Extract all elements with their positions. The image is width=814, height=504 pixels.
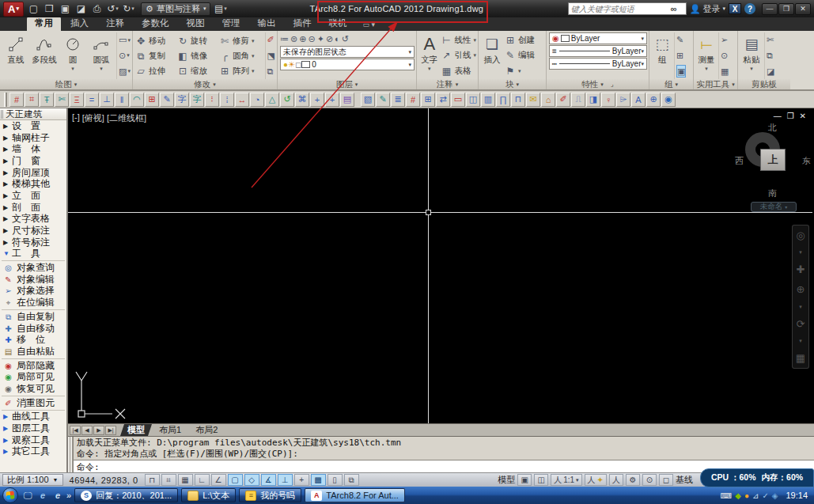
signin-control[interactable]: 👤 登录 ▾	[690, 3, 725, 15]
save-as-button[interactable]: ◪	[74, 2, 89, 16]
baseline-toggle[interactable]: 基线	[676, 474, 693, 486]
command-history[interactable]: 加载天正菜单文件: D:\program files\autodesk\天正建筑…	[74, 437, 814, 460]
ribbon-tab-常用[interactable]: 常用	[27, 17, 61, 31]
steering-wheel-icon[interactable]: ◎	[796, 229, 805, 241]
usb-icon[interactable]: ◆	[735, 491, 741, 500]
layout-tab-布局2[interactable]: 布局2	[188, 424, 225, 436]
ribbon-tab-插件[interactable]: 插件	[286, 17, 320, 31]
ribbon-tab-注释[interactable]: 注释	[98, 17, 132, 31]
viewcube-top-face[interactable]: 上	[760, 149, 786, 171]
tarch-toolbar-button-17[interactable]: ♀	[601, 93, 615, 107]
orbit-icon[interactable]: ⟳	[797, 318, 805, 330]
layout-tab-布局1[interactable]: 布局1	[152, 424, 188, 436]
sidebar-tool-自由移动[interactable]: ✚自由移动	[0, 323, 66, 335]
sidebar-tool-自由粘贴[interactable]: ▤自由粘贴	[0, 346, 66, 358]
layer-freeze-icon[interactable]: ⊕	[299, 32, 306, 45]
group-selection-toggle[interactable]: ▣	[676, 65, 686, 78]
line-button[interactable]: 直线	[2, 32, 29, 79]
calculator-button[interactable]: ▦	[721, 65, 729, 78]
sidebar-tool-在位编辑[interactable]: ⌖在位编辑	[0, 297, 66, 309]
sidebar-tool-恢复可见[interactable]: ◉恢复可见	[0, 383, 66, 395]
autoscale-button[interactable]: 人	[609, 474, 623, 486]
tarch-toolbar-button-16[interactable]: ◨	[586, 93, 600, 107]
antivirus-icon[interactable]: ◈	[772, 491, 778, 500]
redo-button[interactable]: ↻▾	[121, 2, 136, 16]
tarch-toolbar-button-18[interactable]: △	[265, 93, 279, 107]
sidebar-item-房间屋顶[interactable]: ▶房间屋顶	[0, 167, 66, 179]
copy-base-point-button[interactable]: ◪	[767, 65, 774, 78]
app-menu-button[interactable]: A▾	[3, 2, 24, 17]
layer-off-icon[interactable]: ⊝	[308, 32, 315, 45]
tarch-toolbar-button-19[interactable]: A	[631, 93, 646, 107]
tarch-toolbar-button-6[interactable]: ⇄	[436, 93, 450, 107]
open-button[interactable]: ❒	[42, 2, 57, 16]
taskbar-button-TArch8.2 For Aut...[interactable]: ATArch8.2 For Aut...	[305, 488, 405, 502]
ribbon-tab-参数化[interactable]: 参数化	[134, 17, 177, 31]
last-tab-button[interactable]: ▶|	[105, 426, 116, 435]
tarch-toolbar-button-16[interactable]: ↔	[235, 93, 249, 107]
layers-panel-label[interactable]: 图层▾	[278, 79, 416, 89]
properties-dialog-launcher-icon[interactable]: ⌟	[611, 81, 614, 88]
object-snap-tracking-toggle[interactable]: ∡	[261, 474, 276, 486]
sidebar-tool-局部隐藏[interactable]: ◉局部隐藏	[0, 360, 66, 372]
match-properties-button[interactable]: ✐	[267, 34, 275, 47]
quick-view-drawings-button[interactable]: ◫	[534, 474, 548, 486]
workspace-dropdown[interactable]: ⚙ 草图与注释 ▾	[141, 2, 210, 16]
annotate-panel-label[interactable]: 注释▾	[417, 79, 478, 89]
sidebar-item-文字表格[interactable]: ▶文字表格	[0, 214, 66, 225]
linear-dimension-button[interactable]: ⊢线性▾	[441, 35, 476, 46]
groups-panel-label[interactable]: 组▾	[649, 79, 693, 89]
text-button[interactable]: A 文字 ▾	[419, 32, 439, 79]
selection-cycling-toggle[interactable]: ⧉	[344, 474, 359, 486]
viewcube[interactable]: 北 西 东 南 上	[733, 120, 812, 199]
modify-修剪-button[interactable]: ✄修剪▾	[219, 33, 263, 48]
sidebar-tool-对象查询[interactable]: ◎对象查询	[0, 262, 66, 274]
3d-object-snap-toggle[interactable]: ◇	[244, 474, 259, 486]
tarch-toolbar-button-11[interactable]: ✎	[160, 93, 174, 107]
tarch-toolbar-button-10[interactable]: ⊞	[145, 93, 159, 107]
ellipse-button[interactable]: ⊙▾	[119, 49, 131, 62]
drawing-minimize-button[interactable]: —	[774, 112, 782, 120]
quick-properties-toggle[interactable]: ▯	[327, 474, 343, 486]
layer-unisolate-icon[interactable]: ⊘	[326, 32, 333, 45]
undo-button[interactable]: ↺▾	[105, 2, 120, 16]
group-button[interactable]: ⬚ 组	[652, 32, 672, 79]
tarch-toolbar-button-17[interactable]: ◔	[250, 93, 264, 107]
ribbon-tab-管理[interactable]: 管理	[214, 17, 248, 31]
utilities-panel-label[interactable]: 实用工具▾	[694, 79, 737, 89]
transparency-toggle[interactable]: ▩	[311, 474, 326, 486]
tarch-toolbar-button-19[interactable]: ↺	[280, 93, 294, 107]
draw-panel-label[interactable]: 绘图▾	[0, 79, 132, 89]
viewcube-south[interactable]: 南	[768, 188, 777, 199]
palette-header[interactable]: 天正建筑	[0, 108, 66, 120]
view-control[interactable]: [俯视]	[82, 112, 104, 124]
start-button[interactable]	[2, 487, 18, 503]
hardware-acceleration-icon[interactable]: ◻	[659, 474, 673, 486]
tarch-toolbar-button-15[interactable]: ⎍	[571, 93, 585, 107]
drawing-close-button[interactable]: ✕	[800, 112, 806, 120]
security-shield-icon[interactable]: ✓	[762, 491, 768, 500]
insert-block-button[interactable]: ❏ 插入	[481, 32, 503, 79]
tarch-toolbar-button-9[interactable]: ▥	[481, 93, 495, 107]
plot-button[interactable]: ⎙	[89, 2, 104, 16]
scale-dropdown[interactable]: 比例 1:100▼	[2, 474, 63, 486]
sidebar-item-墙体[interactable]: ▶墙 体	[0, 143, 66, 155]
ie-browser-icon[interactable]: e	[36, 489, 49, 502]
polyline-button[interactable]: 多段线	[31, 32, 58, 79]
sidebar-item-尺寸标注[interactable]: ▶尺寸标注	[0, 225, 66, 237]
tarch-toolbar-button-2[interactable]: ⌗	[25, 93, 39, 107]
tarch-toolbar-button-1[interactable]: #	[9, 93, 24, 107]
rectangle-button[interactable]: ▭▾	[119, 34, 131, 47]
quick-select-button[interactable]: ➢	[721, 34, 729, 47]
show-desktop-icon[interactable]: 🖵	[21, 489, 34, 502]
tarch-toolbar-button-20[interactable]: ⊕	[646, 93, 661, 107]
save-button[interactable]: ▣	[58, 2, 73, 16]
tarch-toolbar-button-2[interactable]: ✎	[376, 93, 390, 107]
table-button[interactable]: ▦表格	[441, 66, 476, 77]
taskbar-button-L:\文本[interactable]: L:\文本	[181, 488, 236, 502]
taskbar-button-回复：2010、201...[interactable]: S回复：2010、201...	[74, 488, 178, 502]
lineweight-dropdown[interactable]: ≡ ByLayer▾	[549, 45, 647, 57]
object-color-dropdown[interactable]: ◉ ByLayer▾	[549, 32, 647, 44]
edit-block-button[interactable]: ✎编辑	[505, 50, 544, 61]
tarch-toolbar-button-6[interactable]: =	[85, 93, 99, 107]
